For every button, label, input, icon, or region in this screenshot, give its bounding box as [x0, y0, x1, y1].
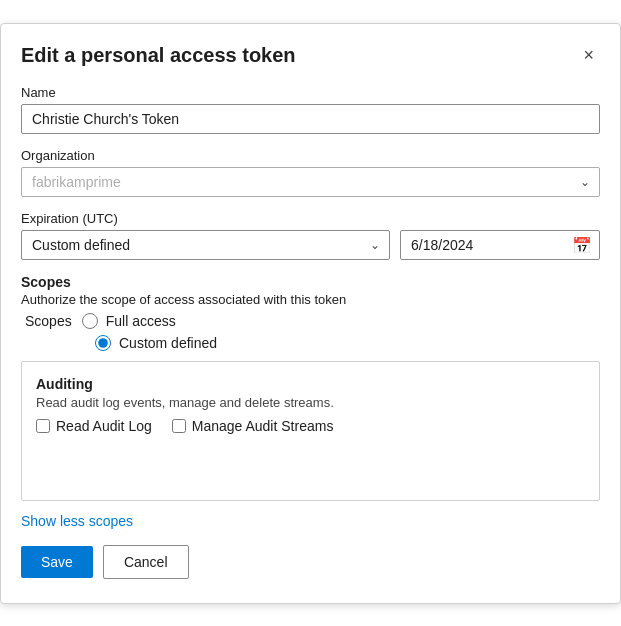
custom-defined-label: Custom defined: [119, 335, 217, 351]
expiration-label: Expiration (UTC): [21, 211, 600, 226]
read-audit-log-label: Read Audit Log: [56, 418, 152, 434]
save-button[interactable]: Save: [21, 546, 93, 578]
org-select[interactable]: fabrikamprime: [21, 167, 600, 197]
auditing-checkboxes: Read Audit Log Manage Audit Streams: [36, 418, 585, 434]
manage-audit-streams-checkbox[interactable]: [172, 419, 186, 433]
auditing-scope-group: Auditing Read audit log events, manage a…: [36, 376, 585, 434]
dialog-header: Edit a personal access token ×: [21, 44, 600, 67]
name-label: Name: [21, 85, 600, 100]
scopes-title: Scopes: [21, 274, 600, 290]
scopes-description: Authorize the scope of access associated…: [21, 292, 600, 307]
manage-audit-option: Manage Audit Streams: [172, 418, 334, 434]
org-select-wrapper: fabrikamprime ⌄: [21, 167, 600, 197]
expiration-dropdown-wrapper: Custom defined 30 days 60 days 90 days 1…: [21, 230, 390, 260]
expiration-select[interactable]: Custom defined 30 days 60 days 90 days 1…: [21, 230, 390, 260]
full-access-option: Scopes Full access: [25, 313, 600, 329]
org-label: Organization: [21, 148, 600, 163]
scopes-section: Scopes Authorize the scope of access ass…: [21, 274, 600, 351]
auditing-description: Read audit log events, manage and delete…: [36, 395, 585, 410]
custom-defined-option: Custom defined: [95, 335, 600, 351]
full-access-radio[interactable]: [82, 313, 98, 329]
manage-audit-streams-label: Manage Audit Streams: [192, 418, 334, 434]
edit-token-dialog: Edit a personal access token × Name Orga…: [0, 23, 621, 604]
full-access-label: Full access: [106, 313, 176, 329]
scopes-option-label: Scopes: [25, 313, 72, 329]
cancel-button[interactable]: Cancel: [103, 545, 189, 579]
scopes-options: Scopes Full access Custom defined: [25, 313, 600, 351]
auditing-title: Auditing: [36, 376, 585, 392]
read-audit-option: Read Audit Log: [36, 418, 152, 434]
date-input[interactable]: [400, 230, 600, 260]
scopes-scroll-content: Auditing Read audit log events, manage a…: [22, 362, 599, 462]
name-field-group: Name: [21, 85, 600, 134]
close-button[interactable]: ×: [577, 44, 600, 66]
read-audit-log-checkbox[interactable]: [36, 419, 50, 433]
name-input[interactable]: [21, 104, 600, 134]
date-input-wrapper: 📅: [400, 230, 600, 260]
scopes-scroll-area[interactable]: Auditing Read audit log events, manage a…: [21, 361, 600, 501]
custom-defined-radio[interactable]: [95, 335, 111, 351]
dialog-title: Edit a personal access token: [21, 44, 296, 67]
expiration-row: Custom defined 30 days 60 days 90 days 1…: [21, 230, 600, 260]
show-scopes-link[interactable]: Show less scopes: [21, 513, 133, 529]
expiration-field-group: Expiration (UTC) Custom defined 30 days …: [21, 211, 600, 260]
org-field-group: Organization fabrikamprime ⌄: [21, 148, 600, 197]
action-buttons: Save Cancel: [21, 545, 600, 579]
